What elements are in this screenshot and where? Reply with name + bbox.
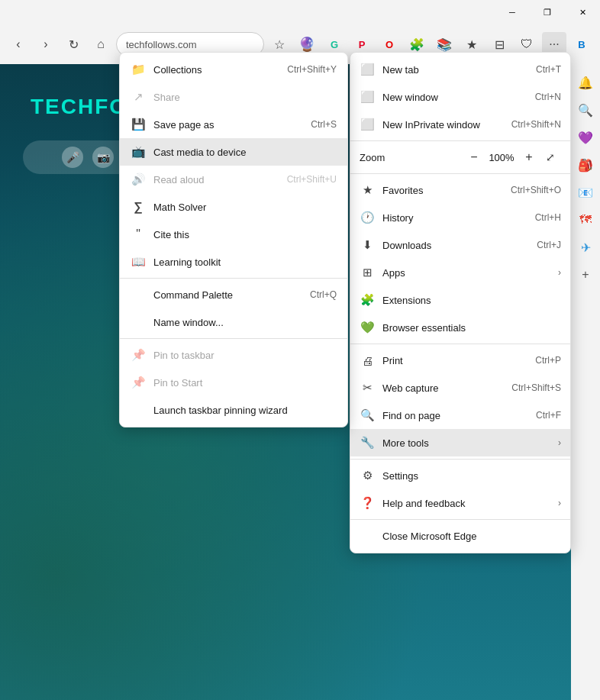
back-button[interactable]: ‹: [6, 32, 31, 56]
zoom-label: Zoom: [360, 152, 463, 163]
command-palette-shortcut: Ctrl+Q: [310, 289, 337, 300]
notifications-icon[interactable]: 🔔: [573, 70, 598, 95]
math-solver-label: Math Solver: [153, 202, 337, 213]
menu-item-print[interactable]: 🖨 Print Ctrl+P: [350, 347, 570, 374]
right-sidebar: 🔔 🔍 💜 🎒 📧 🗺 ✈ +: [571, 64, 600, 700]
submenu-item-math-solver[interactable]: ∑ Math Solver: [120, 193, 347, 221]
discover-icon[interactable]: 💜: [573, 125, 598, 150]
submenu-item-save-page[interactable]: 💾 Save page as Ctrl+S: [120, 111, 347, 138]
browser-essentials-menu-icon: 💚: [360, 320, 375, 335]
mic-icon[interactable]: 🎤: [62, 147, 83, 168]
menu-item-more-tools[interactable]: 🔧 More tools ›: [350, 429, 570, 456]
menu-divider-2: [350, 173, 570, 174]
refresh-button[interactable]: ↻: [61, 32, 85, 56]
find-shortcut: Ctrl+F: [536, 410, 561, 421]
menu-item-history[interactable]: 🕐 History Ctrl+H: [350, 204, 570, 231]
learning-toolkit-label: Learning toolkit: [153, 256, 337, 268]
command-palette-label: Command Palette: [153, 289, 310, 301]
menu-item-new-window[interactable]: ⬜ New window Ctrl+N: [350, 83, 570, 111]
settings-icon: ⚙: [360, 468, 375, 483]
outlook-icon[interactable]: 📧: [573, 180, 598, 205]
web-capture-shortcut: Ctrl+Shift+S: [511, 382, 561, 393]
extensions-label: Extensions: [382, 295, 561, 306]
submenu-item-cast-media[interactable]: 📺 Cast media to device: [120, 138, 347, 166]
maps-icon[interactable]: 🗺: [573, 208, 598, 232]
favorites-menu-icon: ★: [360, 182, 375, 198]
cite-this-label: Cite this: [153, 229, 337, 240]
menu-item-web-capture[interactable]: ✂ Web capture Ctrl+Shift+S: [350, 374, 570, 402]
new-tab-label: New tab: [382, 64, 530, 76]
submenu-item-share[interactable]: ↗ Share: [120, 83, 347, 111]
menu-item-apps[interactable]: ⊞ Apps ›: [350, 259, 570, 286]
help-label: Help and feedback: [382, 498, 558, 509]
submenu-item-learning-toolkit[interactable]: 📖 Learning toolkit: [120, 248, 347, 276]
extensions-icon: 🧩: [360, 292, 375, 308]
submenu-item-pin-taskbar[interactable]: 📌 Pin to taskbar: [120, 341, 347, 369]
zoom-minus-button[interactable]: −: [463, 147, 485, 168]
pin-taskbar-icon: 📌: [131, 347, 146, 363]
camera-icon[interactable]: 📷: [92, 147, 114, 168]
apps-label: Apps: [382, 267, 558, 279]
home-button[interactable]: ⌂: [89, 32, 113, 56]
menu-item-new-inprivate[interactable]: ⬜ New InPrivate window Ctrl+Shift+N: [350, 111, 570, 138]
submenu-item-cite-this[interactable]: " Cite this: [120, 221, 347, 248]
more-tools-label: More tools: [382, 437, 558, 449]
print-icon: 🖨: [360, 353, 375, 368]
submenu-item-collections[interactable]: 📁 Collections Ctrl+Shift+Y: [120, 56, 347, 83]
collections-submenu-label: Collections: [153, 64, 287, 76]
menu-item-close-edge[interactable]: Close Microsoft Edge: [350, 522, 570, 550]
add-sidebar-icon[interactable]: +: [573, 263, 598, 287]
find-icon: 🔍: [360, 408, 375, 423]
menu-item-new-tab[interactable]: ⬜ New tab Ctrl+T: [350, 56, 570, 83]
read-aloud-shortcut: Ctrl+Shift+U: [287, 174, 337, 185]
title-bar: ─ ❐ ✕: [0, 0, 600, 24]
save-page-icon: 💾: [131, 117, 146, 132]
close-edge-label: Close Microsoft Edge: [382, 531, 561, 542]
menu-item-settings[interactable]: ⚙ Settings: [350, 462, 570, 489]
new-window-label: New window: [382, 92, 529, 103]
close-button[interactable]: ✕: [565, 0, 600, 24]
maximize-button[interactable]: ❐: [530, 0, 565, 24]
menu-item-favorites[interactable]: ★ Favorites Ctrl+Shift+O: [350, 176, 570, 204]
forward-button[interactable]: ›: [34, 32, 58, 56]
submenu-item-name-window[interactable]: Name window...: [120, 308, 347, 336]
save-page-shortcut: Ctrl+S: [311, 119, 337, 130]
submenu-item-command-palette[interactable]: Command Palette Ctrl+Q: [120, 281, 347, 308]
favorites-shortcut: Ctrl+Shift+O: [511, 185, 561, 195]
new-tab-icon: ⬜: [360, 62, 375, 77]
menu-item-downloads[interactable]: ⬇ Downloads Ctrl+J: [350, 231, 570, 259]
submenu-item-read-aloud[interactable]: 🔊 Read aloud Ctrl+Shift+U: [120, 166, 347, 193]
bing-chat-icon[interactable]: B: [569, 32, 594, 56]
more-tools-divider-2: [120, 338, 347, 339]
read-aloud-label: Read aloud: [153, 174, 287, 185]
menu-item-extensions[interactable]: 🧩 Extensions: [350, 286, 570, 314]
menu-item-help[interactable]: ❓ Help and feedback ›: [350, 489, 570, 517]
menu-divider-3: [350, 344, 570, 344]
collections-shortcut: Ctrl+Shift+Y: [287, 64, 337, 75]
zoom-expand-icon[interactable]: ⤢: [540, 147, 561, 168]
learning-toolkit-icon: 📖: [131, 254, 146, 269]
zoom-plus-button[interactable]: +: [518, 147, 540, 168]
browser-essentials-label: Browser essentials: [382, 322, 561, 334]
launch-wizard-label: Launch taskbar pinning wizard: [153, 405, 337, 416]
menu-item-find-on-page[interactable]: 🔍 Find on page Ctrl+F: [350, 402, 570, 429]
cast-media-icon: 📺: [131, 144, 146, 160]
search-sidebar-icon[interactable]: 🔍: [573, 98, 598, 122]
wallet-sidebar-icon[interactable]: 🎒: [573, 153, 598, 177]
downloads-icon: ⬇: [360, 237, 375, 253]
help-arrow: ›: [558, 498, 561, 508]
menu-item-browser-essentials[interactable]: 💚 Browser essentials: [350, 314, 570, 341]
pin-taskbar-label: Pin to taskbar: [153, 350, 337, 361]
zoom-value: 100%: [488, 152, 515, 163]
minimize-button[interactable]: ─: [495, 0, 530, 24]
save-page-label: Save page as: [153, 119, 311, 131]
new-tab-shortcut: Ctrl+T: [536, 64, 561, 75]
submenu-item-launch-wizard[interactable]: Launch taskbar pinning wizard: [120, 396, 347, 424]
new-window-shortcut: Ctrl+N: [535, 92, 561, 102]
apps-arrow: ›: [558, 267, 561, 278]
submenu-item-pin-start[interactable]: 📌 Pin to Start: [120, 369, 347, 396]
menu-divider-5: [350, 519, 570, 520]
pin-start-label: Pin to Start: [153, 377, 337, 389]
games-icon[interactable]: ✈: [573, 235, 598, 260]
share-label: Share: [153, 92, 337, 103]
